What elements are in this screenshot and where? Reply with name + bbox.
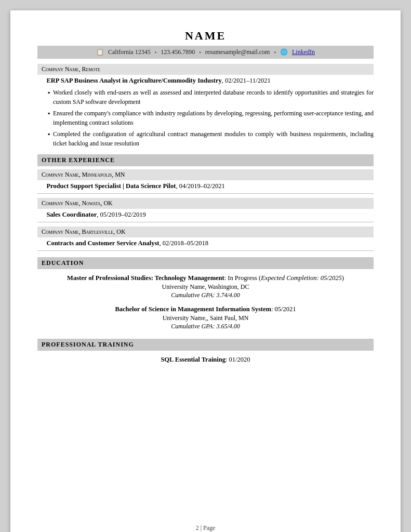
sep3: ▪ [274,49,276,55]
bachelors-degree-title: Bachelor of Science in Management Inform… [115,305,271,313]
contact-email: resumesample@mail.com [205,48,270,56]
primary-job-dates: , 02/2021–11/2021 [222,77,271,84]
name-heading: Name [37,29,374,43]
bachelors-degree-line: Bachelor of Science in Management Inform… [37,305,374,313]
other-exp-entry-1: Company Name, Minneapolis, MN Product Su… [37,169,374,194]
contact-bar: 📋 California 12345 ▪ 123.456.7890 ▪ resu… [37,46,374,59]
other-experience-section-header: Other Experience [37,154,374,166]
linkedin-link[interactable]: LinkedIn [292,48,315,56]
location-icon: 📋 [96,48,104,56]
divider-1 [37,193,374,194]
primary-bullets: Worked closely with end-users as well as… [37,88,374,148]
bachelors-status: : 05/2021 [271,305,296,313]
bullet-2: Ensured the company's compliance with in… [53,109,374,127]
masters-university: University Name, Washington, DC [37,283,374,291]
name-text: Name [185,29,226,42]
education-block: Master of Professional Studies: Technolo… [37,274,374,330]
job-dates-3: , 02/2018–05/2018 [160,240,208,247]
job-title-row-3: Contracts and Customer Service Analyst, … [37,238,374,248]
divider-2 [37,222,374,222]
masters-expected: Expected Completion: 05/2025 [261,274,342,282]
job-title-3: Contracts and Customer Service Analyst [46,240,159,247]
job-title-1: Product Support Specialist | Data Scienc… [46,182,176,190]
bachelors-university: University Name,, Saint Paul, MN [37,314,374,322]
masters-degree-title: Master of Professional Studies: Technolo… [67,274,224,282]
company-name-1: Company Name, Minneapolis, MN [42,171,125,178]
company-name-2: Company Name, Nowata, OK [42,200,113,207]
company-row-2: Company Name, Nowata, OK [37,198,374,209]
other-experience-label: Other Experience [42,156,115,164]
training-label: Professional Training [42,341,134,348]
job-title-row-2: Sales Coordinator, 05/2019–02/2019 [37,210,374,220]
company-row-3: Company Name, Bartlesville, OK [37,227,374,237]
masters-status-end: ) [342,274,344,282]
job-dates-2: , 05/2019–02/2019 [97,211,145,218]
job-title-2: Sales Coordinator [46,211,97,218]
page-footer: 2 | Page [10,524,401,532]
page-number: 2 | Page [196,524,216,531]
sep2: ▪ [199,49,201,55]
globe-icon: 🌐 [280,48,288,56]
job-dates-1: , 04/2019–02/2021 [176,182,224,190]
training-title: SQL Essential Training [161,356,226,363]
primary-job-title-row: ERP SAP Business Analyst in Agriculture/… [37,76,374,86]
company-name-3: Company Name, Bartlesville, OK [42,228,126,235]
primary-company-row: Company Name, Remote [37,64,374,75]
other-exp-entry-2: Company Name, Nowata, OK Sales Coordinat… [37,198,374,222]
training-block: SQL Essential Training: 01/2020 [37,356,374,364]
primary-company-name: Company Name, Remote [42,65,100,73]
bachelors-gpa: Cumulative GPA: 3.65/4.00 [37,323,374,330]
bullet-1: Worked closely with end-users as well as… [53,88,374,107]
education-label: Education [42,259,84,267]
primary-job-title: ERP SAP Business Analyst in Agriculture/… [46,77,221,84]
masters-status: : In Progress ( [224,274,261,282]
other-exp-entry-3: Company Name, Bartlesville, OK Contracts… [37,227,374,251]
masters-degree-line: Master of Professional Studies: Technolo… [37,274,374,282]
divider-3 [37,250,374,251]
masters-gpa: Cumulative GPA: 3.74/4.00 [37,291,374,299]
training-date: : 01/2020 [226,356,250,363]
resume-page: Name 📋 California 12345 ▪ 123.456.7890 ▪… [10,10,401,532]
sep1: ▪ [155,49,157,55]
contact-location: California 12345 [108,48,151,56]
job-title-row-1: Product Support Specialist | Data Scienc… [37,181,374,191]
bullet-3: Completed the configuration of agricultu… [53,129,374,148]
training-section-header: Professional Training [37,339,374,351]
company-row-1: Company Name, Minneapolis, MN [37,169,374,180]
education-section-header: Education [37,257,374,269]
contact-phone: 123.456.7890 [161,48,195,56]
